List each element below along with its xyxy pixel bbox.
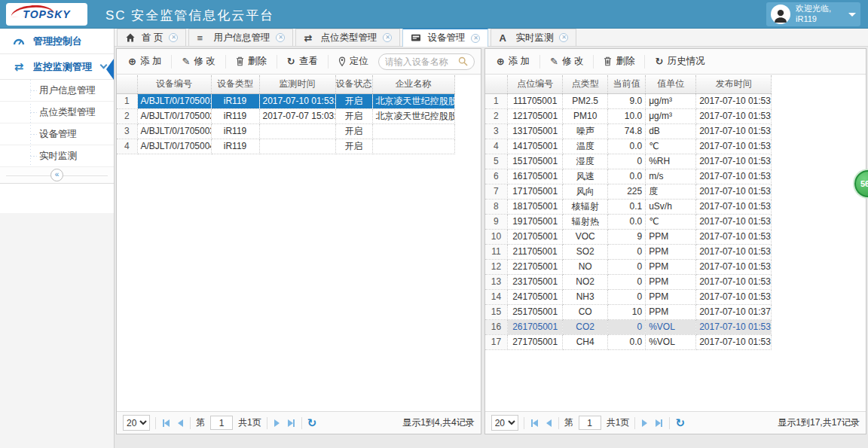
tab-device-mgmt[interactable]: 设备管理 ✕ [402,28,488,47]
table-row[interactable]: 4141705001温度0.0℃2017-07-10 01:53:22 [485,139,772,154]
sidebar-item-realtime[interactable]: 实时监测 [0,145,114,167]
last-page-button[interactable] [286,418,296,428]
sidebar-item-console[interactable]: 管理控制台 [0,29,114,54]
table-row[interactable]: 1A/BJLT/0/1705001iR1192017-07-10 01:53:2… [117,93,454,108]
prev-page-button[interactable] [545,418,553,428]
column-header[interactable]: 点类型 [563,75,608,93]
delete-button[interactable]: 删除 [231,53,272,70]
row-number: 11 [485,244,508,259]
point-pager: 20 第 共1页 ↻ 显示1到17,共17记录 [485,411,866,434]
next-page-button[interactable] [640,418,649,428]
first-page-button[interactable] [161,418,171,428]
table-cell: 211705001 [508,244,563,259]
collapse-sidebar-button[interactable]: « [50,169,63,181]
table-row[interactable]: 6161705001风速0.0m/s2017-07-10 01:53:21 [485,169,772,184]
plus-circle-icon: ⊕ [497,56,505,67]
close-icon[interactable]: ✕ [383,33,392,42]
column-header[interactable]: 设备类型 [211,75,259,93]
table-row[interactable]: 3131705001噪声74.8dB2017-07-10 01:53:22 [485,123,772,139]
row-number: 3 [117,123,137,139]
person-icon [772,8,789,24]
table-cell: m/s [646,169,696,184]
view-button[interactable]: ↻查看 [282,53,323,70]
table-cell: ℃ [646,139,696,154]
column-header[interactable]: 点位编号 [508,75,563,93]
table-row[interactable]: 3A/BJLT/0/1705003iR119开启 [117,123,454,139]
table-row[interactable]: 10201705001VOC9PPM2017-07-10 01:53:22 [485,229,772,244]
rownum-header [117,75,137,93]
table-row[interactable]: 11211705001SO20PPM2017-07-10 01:53:22 [485,244,772,259]
table-row[interactable]: 2121705001PM1010.0μg/m³2017-07-10 01:53:… [485,108,772,123]
row-number: 14 [485,289,508,304]
close-icon[interactable]: ✕ [169,33,178,42]
column-header[interactable]: 发布时间 [696,75,772,93]
row-number: 4 [117,139,137,154]
table-row[interactable]: 9191705001辐射热0.0℃2017-07-10 01:53:21 [485,214,772,229]
tab-realtime[interactable]: A 实时监测 ✕ [491,29,576,46]
last-page-button[interactable] [654,418,664,428]
tab-home[interactable]: 首 页 ✕ [117,29,186,46]
table-cell: 221705001 [508,259,563,274]
table-cell: 191705001 [508,214,563,229]
table-cell: VOC [563,229,608,244]
tab-user-info[interactable]: ≡ 用户信息管理 ✕ [188,29,293,46]
table-row[interactable]: 4A/BJLT/0/1705004iR119开启 [117,139,454,154]
tab-point-type[interactable]: ⇄ 点位类型管理 ✕ [295,29,400,46]
page-size-select[interactable]: 20 [491,415,518,431]
edit-button[interactable]: ✎修 改 [545,53,588,70]
sidebar-item-device-mgmt[interactable]: 设备管理 [0,123,114,145]
table-row[interactable]: 2A/BJLT/0/1705002iR1192017-07-07 15:03:0… [117,108,454,123]
table-cell: 181705001 [508,199,563,214]
table-row[interactable]: 7171705001风向225度2017-07-10 01:53:21 [485,184,772,199]
add-button[interactable]: ⊕添 加 [491,53,535,70]
table-row[interactable]: 12221705001NO0PPM2017-07-10 01:53:21 [485,259,772,274]
page-size-select[interactable]: 20 [123,415,150,431]
locate-button[interactable]: 定位 [333,53,374,70]
page-label-prefix: 第 [564,416,573,429]
search-input[interactable] [385,56,458,67]
table-cell: 2017-07-10 01:53:22 [696,274,772,289]
table-row[interactable]: 16261705001CO20%VOL2017-07-10 01:53:22 [485,319,772,334]
close-icon[interactable]: ✕ [559,33,568,42]
table-row[interactable]: 13231705001NO20PPM2017-07-10 01:53:22 [485,274,772,289]
user-menu[interactable]: 欢迎光临, iR119 [766,2,860,26]
refresh-icon[interactable]: ↻ [307,417,317,428]
edit-button[interactable]: ✎修 改 [176,53,220,70]
sidebar-item-monitor-mgmt[interactable]: ⇄ 监控监测管理 [0,54,114,80]
delete-button[interactable]: 删除 [598,53,640,70]
close-icon[interactable]: ✕ [276,33,285,42]
table-row[interactable]: 5151705001湿度0%RH2017-07-10 01:53:22 [485,154,772,169]
column-header[interactable]: 企业名称 [372,75,454,93]
sidebar-item-user-info[interactable]: 用户信息管理 [0,80,114,102]
prev-page-button[interactable] [176,418,185,428]
sidebar-item-point-type[interactable]: 点位类型管理 [0,102,114,123]
table-row[interactable]: 14241705001NH30PPM2017-07-10 01:53:21 [485,289,772,304]
page-number-input[interactable] [579,416,601,430]
search-icon[interactable] [458,56,468,66]
page-number-input[interactable] [210,416,233,430]
table-cell: 9 [608,229,646,244]
refresh-icon[interactable]: ↻ [675,417,685,428]
table-cell: μg/m³ [646,93,696,108]
column-header[interactable]: 监测时间 [259,75,335,93]
table-cell: 201705001 [508,229,563,244]
table-cell: 风速 [563,169,608,184]
table-cell: 2017-07-10 01:53:22 [696,229,772,244]
first-page-button[interactable] [530,418,539,428]
column-header[interactable]: 值单位 [646,75,696,93]
table-row[interactable]: 8181705001核辐射0.1uSv/h2017-07-10 01:53:21 [485,199,772,214]
table-cell: 度 [646,184,696,199]
letter-a-icon: A [499,32,509,44]
column-header[interactable]: 设备编号 [137,75,211,93]
add-button[interactable]: ⊕添 加 [123,53,167,70]
close-icon[interactable]: ✕ [471,34,480,43]
next-page-button[interactable] [273,418,281,428]
history-button[interactable]: ↻历史情况 [649,53,710,70]
table-row[interactable]: 1111705001PM2.59.0μg/m³2017-07-10 01:53:… [485,93,772,108]
table-cell: 2017-07-10 01:53:22 [259,93,335,108]
table-cell: NO2 [563,274,608,289]
column-header[interactable]: 当前值 [608,75,646,93]
table-row[interactable]: 15251705001CO10PPM2017-07-10 01:37:01 [485,304,772,319]
table-row[interactable]: 17271705001CH40.0%VOL2017-07-10 01:53:21 [485,334,772,349]
column-header[interactable]: 设备状态 [335,75,372,93]
